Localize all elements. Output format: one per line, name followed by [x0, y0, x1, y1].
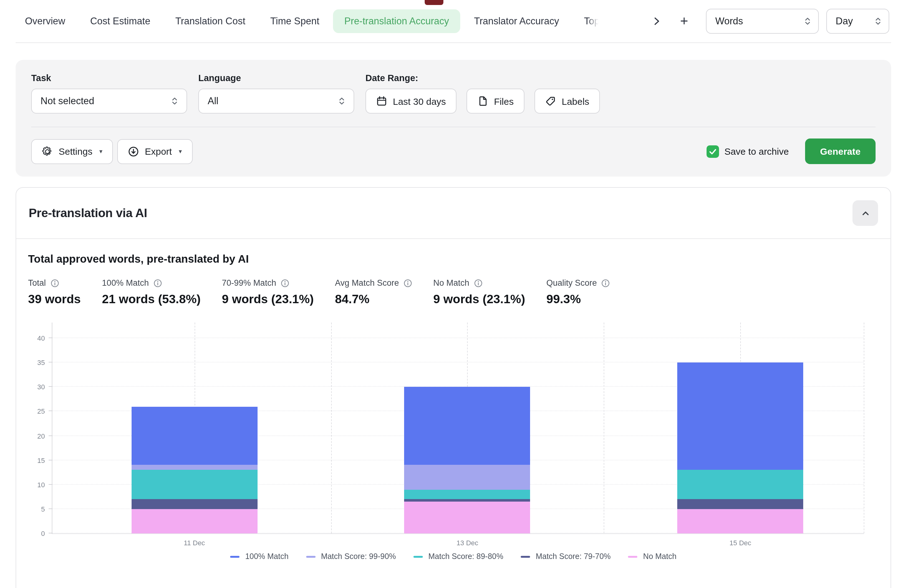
tab-overview[interactable]: Overview [14, 9, 76, 33]
stat-avg-match-score: Avg Match Score 84.7% [335, 278, 412, 306]
stat-value: 21 words (53.8%) [102, 292, 200, 306]
check-icon [708, 147, 717, 155]
save-to-archive-checkbox[interactable] [706, 145, 719, 157]
date-range-value: Last 30 days [393, 96, 446, 106]
y-axis-label: 15 [25, 456, 45, 464]
chevron-up-icon [860, 208, 870, 218]
bar-segment[interactable] [677, 499, 803, 509]
period-select[interactable]: Day [826, 9, 889, 34]
language-select[interactable]: All [198, 89, 354, 114]
chevron-up-down-icon [874, 17, 883, 26]
bar-segment[interactable] [404, 489, 530, 499]
analytics-page: Overview Cost Estimate Translation Cost … [0, 0, 898, 588]
legend-label: 100% Match [245, 552, 288, 561]
unit-select[interactable]: Words [706, 9, 819, 34]
tabs-scroll-right-button[interactable] [647, 12, 666, 31]
y-axis-label: 0 [25, 530, 45, 537]
tab-bar: Overview Cost Estimate Translation Cost … [0, 0, 898, 42]
save-to-archive-label: Save to archive [724, 146, 789, 157]
y-axis-tick [49, 411, 52, 411]
info-icon[interactable] [474, 279, 482, 287]
report-card-header: Pre-translation via AI [16, 188, 890, 239]
legend-item[interactable]: 100% Match [230, 552, 288, 561]
tab-translation-cost[interactable]: Translation Cost [164, 9, 257, 33]
stat-label: Quality Score [546, 278, 597, 288]
y-axis-tick [49, 533, 52, 533]
generate-button[interactable]: Generate [805, 139, 875, 164]
tab-pre-translation-accuracy[interactable]: Pre-translation Accuracy [333, 9, 460, 33]
collapse-button[interactable] [852, 200, 878, 226]
download-circle-icon [128, 146, 139, 157]
legend-item[interactable]: Match Score: 99-90% [306, 552, 396, 561]
info-icon[interactable] [153, 279, 162, 287]
bar-15-dec[interactable] [677, 323, 803, 533]
language-label: Language [198, 73, 354, 83]
date-range-button[interactable]: Last 30 days [366, 89, 457, 114]
stat-value: 9 words (23.1%) [433, 292, 525, 306]
export-button[interactable]: Export ▾ [117, 139, 192, 164]
task-label: Task [31, 73, 187, 83]
bar-segment[interactable] [404, 387, 530, 465]
task-field: Task Not selected [31, 73, 187, 114]
legend-marker-icon [230, 556, 240, 557]
section-title: Total approved words, pre-translated by … [28, 252, 879, 266]
calendar-icon [376, 95, 387, 107]
tag-icon [545, 95, 556, 107]
unit-select-value: Words [715, 15, 743, 27]
stat-value: 9 words (23.1%) [222, 292, 314, 306]
add-tab-button[interactable]: + [675, 12, 693, 31]
legend-marker-icon [628, 556, 638, 557]
legend-marker-icon [306, 556, 315, 557]
chevron-right-icon [652, 16, 662, 26]
bar-segment[interactable] [404, 502, 530, 533]
report-card-body: Total approved words, pre-translated by … [16, 239, 890, 588]
plus-icon: + [680, 13, 688, 29]
files-button[interactable]: Files [466, 89, 524, 114]
stat-label: No Match [433, 278, 469, 288]
chevron-up-down-icon [803, 17, 812, 26]
bar-segment[interactable] [131, 499, 257, 509]
bar-segment[interactable] [131, 406, 257, 465]
stat-value: 39 words [28, 292, 81, 306]
bar-segment[interactable] [677, 470, 803, 499]
nav-divider [15, 42, 891, 43]
stat-70-99-match: 70-99% Match 9 words (23.1%) [222, 278, 314, 306]
info-icon[interactable] [50, 279, 59, 287]
x-gridline [331, 323, 331, 533]
info-icon[interactable] [403, 279, 412, 287]
y-axis-label: 10 [25, 481, 45, 488]
legend-item[interactable]: Match Score: 89-80% [414, 552, 503, 561]
x-gridline [864, 323, 864, 533]
bar-segment[interactable] [404, 499, 530, 502]
legend-item[interactable]: Match Score: 79-70% [521, 552, 610, 561]
y-axis-label: 40 [25, 334, 45, 342]
y-axis-tick [49, 484, 52, 485]
task-select[interactable]: Not selected [31, 89, 187, 114]
report-card: Pre-translation via AI Total approved wo… [15, 187, 891, 588]
bar-13-dec[interactable] [404, 323, 530, 533]
x-axis-label: 11 Dec [184, 539, 205, 546]
tab-cost-estimate[interactable]: Cost Estimate [79, 9, 161, 33]
info-icon[interactable] [601, 279, 610, 287]
stat-label: 70-99% Match [222, 278, 276, 288]
legend-item[interactable]: No Match [628, 552, 677, 561]
bar-11-dec[interactable] [131, 323, 257, 533]
tab-time-spent[interactable]: Time Spent [259, 9, 331, 33]
bar-segment[interactable] [131, 465, 257, 470]
files-button-label: Files [494, 96, 514, 106]
chart-plot: 051015202530354011 Dec13 Dec15 Dec [52, 323, 864, 534]
filter-divider [31, 127, 875, 127]
bar-segment[interactable] [404, 465, 530, 489]
bar-segment[interactable] [131, 470, 257, 499]
tab-translator-accuracy[interactable]: Translator Accuracy [463, 9, 570, 33]
bar-segment[interactable] [677, 362, 803, 470]
settings-button[interactable]: Settings ▾ [31, 139, 113, 164]
stat-label: Avg Match Score [335, 278, 399, 288]
bar-segment[interactable] [131, 509, 257, 533]
export-button-label: Export [145, 146, 172, 157]
stat-quality-score: Quality Score 99.3% [546, 278, 610, 306]
labels-button[interactable]: Labels [534, 89, 600, 114]
bar-segment[interactable] [677, 509, 803, 533]
tab-top-truncated[interactable]: Top [573, 9, 600, 33]
info-icon[interactable] [281, 279, 289, 287]
